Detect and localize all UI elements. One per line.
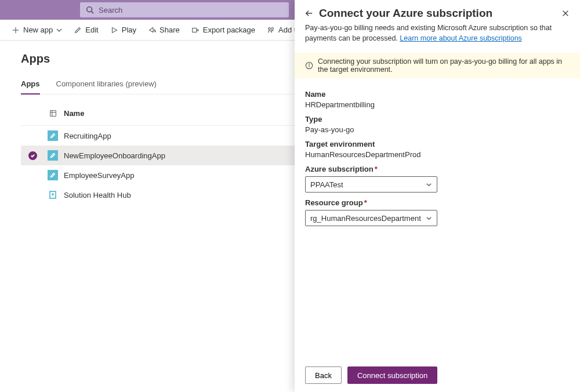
info-icon	[305, 61, 313, 70]
chevron-down-icon	[426, 182, 432, 188]
tab-component-libraries[interactable]: Component libraries (preview)	[56, 76, 157, 94]
new-app-button[interactable]: New app	[7, 23, 67, 37]
panel-title: Connect your Azure subscription	[319, 7, 556, 20]
app-icon	[48, 130, 58, 141]
panel-back-button[interactable]	[305, 9, 313, 17]
export-package-button[interactable]: Export package	[187, 23, 260, 37]
svg-point-0	[87, 7, 92, 12]
selected-check-icon	[28, 151, 37, 160]
svg-point-6	[269, 27, 271, 30]
info-banner: Connecting your subscription will turn o…	[295, 53, 580, 78]
pencil-icon	[74, 26, 82, 34]
learn-more-link[interactable]: Learn more about Azure subscriptions	[400, 34, 522, 42]
app-icon	[48, 150, 58, 161]
svg-marker-4	[112, 27, 117, 32]
chevron-down-icon	[56, 27, 62, 33]
share-button[interactable]: Share	[143, 23, 184, 37]
search-input[interactable]	[99, 6, 283, 14]
column-type-icon[interactable]	[44, 110, 61, 117]
tab-apps[interactable]: Apps	[21, 76, 40, 94]
export-icon	[191, 26, 200, 34]
svg-rect-10	[50, 111, 56, 117]
name-value: HRDepartmentbilling	[305, 100, 570, 109]
teams-icon	[267, 26, 275, 34]
search-icon	[86, 6, 94, 14]
back-button[interactable]: Back	[305, 366, 342, 384]
share-icon	[148, 26, 156, 34]
panel-close-button[interactable]	[561, 9, 570, 17]
play-button[interactable]: Play	[106, 23, 141, 37]
azure-subscription-label: Azure subscription*	[305, 165, 570, 173]
resource-group-label: Resource group*	[305, 198, 570, 207]
type-label: Type	[305, 115, 570, 124]
plus-icon	[12, 26, 20, 34]
new-app-label: New app	[23, 26, 53, 34]
svg-rect-5	[192, 28, 196, 32]
svg-line-1	[92, 12, 94, 14]
target-env-value: HumanResourcesDepartmentProd	[305, 150, 570, 159]
name-label: Name	[305, 90, 570, 99]
arrow-left-icon	[305, 9, 313, 17]
global-search[interactable]	[80, 2, 289, 17]
panel-description: Pay-as-you-go billing needs and existing…	[305, 23, 570, 43]
type-value: Pay-as-you-go	[305, 125, 570, 134]
edit-button[interactable]: Edit	[69, 23, 103, 37]
app-icon	[48, 170, 58, 180]
svg-point-21	[309, 64, 310, 64]
chevron-down-icon	[426, 215, 432, 222]
connect-subscription-panel: Connect your Azure subscription Pay-as-y…	[295, 0, 580, 392]
close-icon	[561, 9, 570, 17]
svg-point-7	[271, 27, 274, 30]
health-icon	[48, 190, 58, 200]
azure-subscription-dropdown[interactable]: PPAATest	[305, 176, 437, 193]
connect-subscription-button[interactable]: Connect subscription	[347, 366, 437, 384]
play-icon	[110, 26, 118, 34]
resource-group-dropdown[interactable]: rg_HumanResourcesDepartment	[305, 210, 437, 226]
target-env-label: Target environment	[305, 140, 570, 148]
